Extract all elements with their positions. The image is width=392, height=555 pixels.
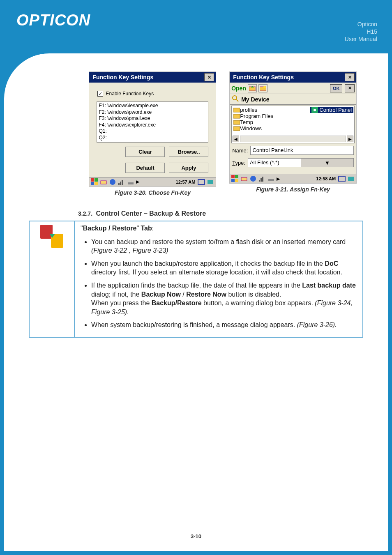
folder-item[interactable]: Windows [233, 125, 353, 131]
svg-rect-27 [235, 179, 238, 182]
svg-rect-10 [198, 180, 205, 184]
brand-name: Opticon [345, 21, 377, 28]
chevron-down-icon[interactable]: ▼ [301, 159, 354, 167]
mydevice-icon [232, 95, 240, 103]
svg-line-17 [236, 99, 238, 101]
sip-icon[interactable] [198, 178, 205, 186]
browse-button[interactable]: Browse.. [169, 147, 208, 157]
ok-button[interactable]: OK [330, 84, 342, 92]
list-item: F4: \windows\explorer.exe [99, 122, 206, 129]
close-icon[interactable]: ✕ [345, 73, 355, 81]
start-icon[interactable] [91, 178, 98, 186]
svg-rect-32 [262, 177, 263, 182]
control-panel-item[interactable]: Control Panel [310, 107, 353, 113]
cancel-icon[interactable]: ✕ [345, 84, 355, 92]
svg-rect-31 [261, 178, 262, 182]
brand-logo: OPTICON [16, 12, 376, 29]
svg-rect-9 [128, 182, 134, 184]
svg-rect-34 [339, 176, 345, 181]
type-value: All Files (*.*) [248, 159, 301, 167]
start-icon[interactable] [231, 175, 239, 182]
svg-rect-2 [91, 182, 94, 185]
tray-arrow-icon[interactable]: ▶ [277, 176, 280, 182]
function-key-list[interactable]: F1: \windows\iesample.exe F2: \windows\p… [97, 101, 208, 143]
figure-caption: Figure 3-21. Assign Fn-Key [224, 184, 362, 195]
tab-header: "Backup / Restore" Tab: [81, 225, 357, 234]
folder-label: Windows [240, 125, 262, 131]
tray-arrow-icon[interactable]: ▶ [136, 179, 139, 184]
list-item: When system backup/restoring is finished… [91, 320, 357, 329]
list-item: F3: \windows\pmail.exe [99, 115, 206, 122]
signal-icon[interactable] [258, 175, 266, 182]
svg-rect-19 [233, 114, 240, 118]
volume-icon[interactable] [249, 175, 257, 182]
backup-restore-panel: "Backup / Restore" Tab: You can backup a… [29, 221, 363, 338]
folder-label: profiles [240, 107, 257, 113]
tray-icon[interactable] [240, 175, 248, 182]
svg-rect-25 [235, 175, 238, 178]
svg-rect-35 [348, 177, 354, 181]
model-name: H15 [345, 28, 377, 35]
sip-icon[interactable] [338, 175, 346, 182]
svg-rect-18 [233, 108, 240, 112]
svg-rect-4 [101, 181, 106, 184]
svg-point-15 [263, 86, 266, 88]
name-label: Name: [232, 147, 248, 154]
figure-table: Function Key Settings ✕ Enable Function … [29, 70, 363, 200]
checkbox-label: Enable Function Keys [106, 91, 154, 97]
type-label: Type: [232, 160, 245, 166]
svg-rect-26 [231, 179, 235, 182]
svg-rect-24 [231, 175, 235, 178]
enable-function-keys-checkbox[interactable]: Enable Function Keys [97, 91, 212, 97]
network-icon[interactable] [127, 178, 134, 186]
window-title: Function Key Settings [231, 74, 344, 81]
page-number: 3-10 [4, 533, 388, 539]
file-list[interactable]: profiles Program Files Temp Windows [231, 106, 355, 143]
new-folder-icon[interactable] [258, 84, 267, 92]
section-title: Control Center – Backup & Restore [96, 210, 206, 217]
desktop-icon[interactable] [347, 175, 355, 182]
type-dropdown[interactable]: All Files (*.*) ▼ [248, 158, 354, 167]
name-field[interactable]: Control Panel.lnk [250, 146, 354, 155]
checkbox-checked-icon [97, 91, 103, 97]
svg-rect-33 [268, 179, 274, 181]
svg-rect-8 [122, 180, 123, 185]
taskbar: ▶ 12:57 AM [89, 177, 216, 187]
svg-rect-0 [91, 178, 94, 182]
scroll-right-icon[interactable]: ▶ [347, 136, 353, 142]
default-button[interactable]: Default [125, 163, 165, 173]
control-panel-label: Control Panel [319, 107, 352, 113]
svg-rect-21 [233, 127, 240, 131]
clear-button[interactable]: Clear [125, 147, 165, 157]
section-number: 3.2.7. [78, 210, 92, 217]
list-item: You can backup and restore the system to… [91, 237, 357, 255]
taskbar: ▶ 12:58 AM [230, 174, 356, 183]
signal-icon[interactable] [118, 178, 125, 186]
pda-screenshot-choose-fnkey: Function Key Settings ✕ Enable Function … [89, 71, 216, 187]
clock: 12:57 AM [176, 180, 196, 184]
network-icon[interactable] [267, 175, 275, 182]
list-item: If the application finds the backup file… [91, 281, 357, 316]
list-item: F1: \windows\iesample.exe [99, 103, 206, 109]
horizontal-scrollbar[interactable] [240, 136, 346, 142]
svg-point-5 [110, 179, 115, 185]
svg-rect-6 [118, 183, 120, 185]
scroll-left-icon[interactable]: ◀ [233, 136, 239, 142]
close-icon[interactable]: ✕ [204, 73, 214, 81]
volume-icon[interactable] [109, 178, 116, 186]
desktop-icon[interactable] [207, 178, 214, 186]
pda-screenshot-assign-fnkey: Function Key Settings ✕ Open OK ✕ My Dev… [229, 71, 357, 184]
folder-up-icon[interactable] [248, 84, 257, 92]
figure-caption: Figure 3-20. Choose Fn-Key [84, 187, 221, 198]
svg-point-29 [250, 176, 256, 182]
svg-rect-20 [233, 120, 240, 124]
svg-rect-3 [95, 182, 98, 185]
folder-item[interactable]: Program Files [233, 113, 353, 119]
tray-icon[interactable] [100, 178, 107, 186]
svg-point-23 [314, 109, 316, 111]
svg-rect-7 [120, 182, 121, 185]
svg-rect-28 [241, 177, 247, 181]
apply-button[interactable]: Apply [169, 163, 208, 173]
folder-item[interactable]: Temp [233, 119, 353, 125]
svg-rect-1 [95, 178, 98, 182]
